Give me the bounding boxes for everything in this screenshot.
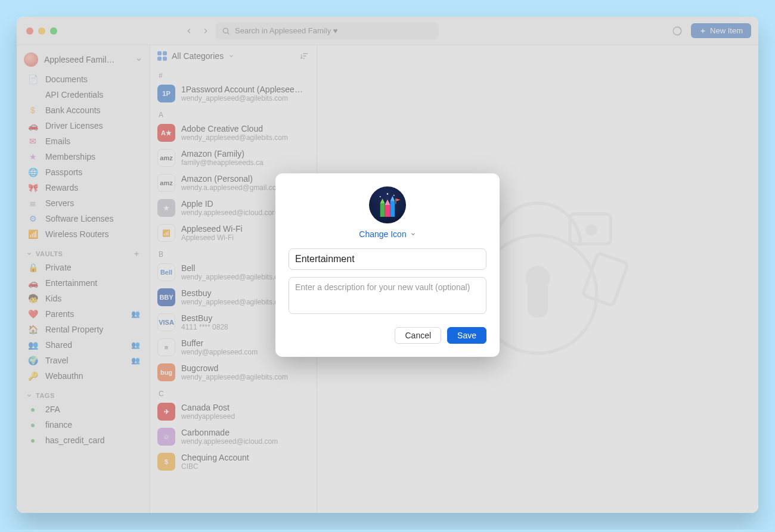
svg-rect-23 [385, 205, 390, 217]
vault-description-input[interactable] [289, 277, 486, 314]
vault-icon-preview [369, 186, 406, 223]
svg-point-17 [393, 194, 395, 195]
cancel-button[interactable]: Cancel [395, 327, 441, 344]
vault-name-input[interactable] [289, 248, 486, 270]
new-vault-modal: Change Icon Cancel Save [275, 173, 500, 357]
svg-rect-19 [380, 203, 385, 216]
svg-marker-26 [396, 198, 401, 201]
modal-overlay[interactable]: Change Icon Cancel Save [17, 17, 758, 513]
svg-marker-24 [385, 199, 390, 204]
svg-point-18 [387, 193, 388, 194]
svg-rect-21 [390, 201, 395, 216]
svg-point-16 [380, 196, 381, 197]
svg-rect-25 [395, 198, 396, 204]
change-icon-button[interactable]: Change Icon [289, 229, 486, 239]
svg-marker-20 [380, 198, 385, 203]
svg-marker-22 [390, 195, 395, 201]
save-button[interactable]: Save [447, 327, 486, 344]
chevron-down-icon [410, 231, 416, 237]
app-window: Search in Appleseed Family ♥ New Item Ap… [17, 17, 758, 513]
